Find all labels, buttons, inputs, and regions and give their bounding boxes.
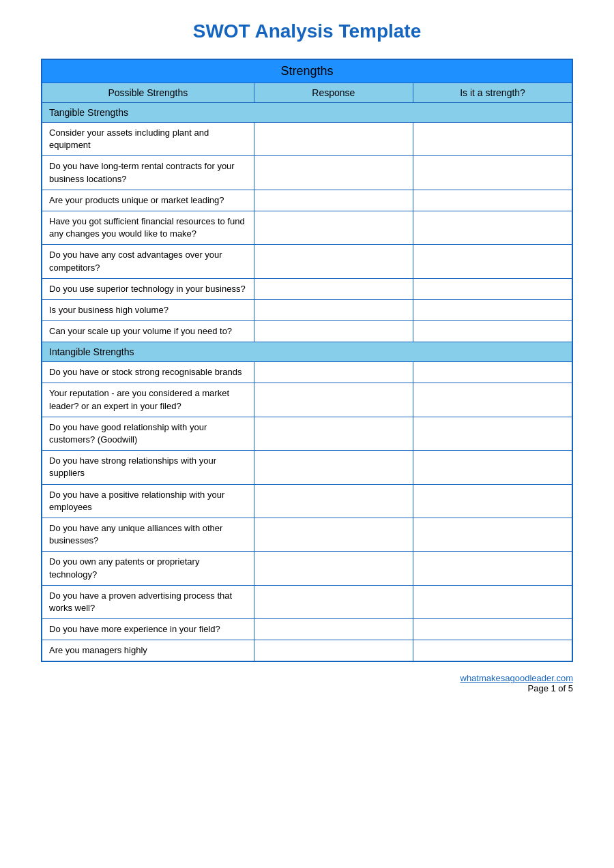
response-cell[interactable]: [254, 451, 413, 484]
strength-check-cell[interactable]: [413, 299, 572, 320]
table-row: Do you have strong relationships with yo…: [42, 451, 572, 484]
category-label: Tangible Strengths: [42, 103, 572, 123]
response-cell[interactable]: [254, 362, 413, 383]
table-row: Do you own any patents or proprietary te…: [42, 552, 572, 585]
table-row: Can your scale up your volume if you nee…: [42, 321, 572, 342]
category-row: Intangible Strengths: [42, 342, 572, 362]
question-cell: Do you have a positive relationship with…: [42, 484, 254, 518]
response-cell[interactable]: [254, 484, 413, 518]
page-number: Page 1 of 5: [41, 683, 573, 693]
question-cell: Do you own any patents or proprietary te…: [42, 552, 254, 585]
category-label: Intangible Strengths: [42, 342, 572, 362]
response-cell[interactable]: [254, 190, 413, 211]
table-row: Do you have more experience in your fiel…: [42, 619, 572, 640]
question-cell: Do you have strong relationships with yo…: [42, 451, 254, 484]
question-cell: Do you have any cost advantages over you…: [42, 245, 254, 278]
response-cell[interactable]: [254, 518, 413, 551]
response-cell[interactable]: [254, 211, 413, 244]
response-cell[interactable]: [254, 321, 413, 342]
question-cell: Do you have or stock strong recognisable…: [42, 362, 254, 383]
question-cell: Do you have a proven advertising process…: [42, 585, 254, 618]
response-cell[interactable]: [254, 278, 413, 299]
strength-check-cell[interactable]: [413, 451, 572, 484]
table-row: Are you managers highly: [42, 640, 572, 662]
table-row: Do you have a positive relationship with…: [42, 484, 572, 518]
col-header-isstrength: Is it a strength?: [413, 83, 572, 103]
table-row: Do you have long-term rental contracts f…: [42, 156, 572, 190]
table-row: Are your products unique or market leadi…: [42, 190, 572, 211]
response-cell[interactable]: [254, 585, 413, 618]
strength-check-cell[interactable]: [413, 417, 572, 450]
strength-check-cell[interactable]: [413, 211, 572, 244]
table-row: Do you use superior technology in your b…: [42, 278, 572, 299]
category-row: Tangible Strengths: [42, 103, 572, 123]
question-cell: Do you use superior technology in your b…: [42, 278, 254, 299]
footer: whatmakesagoodleader.com Page 1 of 5: [41, 673, 573, 693]
col-header-response: Response: [254, 83, 413, 103]
response-cell[interactable]: [254, 619, 413, 640]
strength-check-cell[interactable]: [413, 190, 572, 211]
table-row: Do you have or stock strong recognisable…: [42, 362, 572, 383]
section-header: Strengths: [42, 59, 572, 83]
table-row: Do you have good relationship with your …: [42, 417, 572, 450]
question-cell: Is your business high volume?: [42, 299, 254, 320]
question-cell: Consider your assets including plant and…: [42, 123, 254, 156]
strength-check-cell[interactable]: [413, 585, 572, 618]
response-cell[interactable]: [254, 245, 413, 278]
response-cell[interactable]: [254, 640, 413, 662]
strength-check-cell[interactable]: [413, 362, 572, 383]
question-cell: Do you have long-term rental contracts f…: [42, 156, 254, 190]
question-cell: Your reputation - are you considered a m…: [42, 383, 254, 417]
strength-check-cell[interactable]: [413, 245, 572, 278]
strength-check-cell[interactable]: [413, 552, 572, 585]
question-cell: Have you got sufficient financial resour…: [42, 211, 254, 244]
table-row: Have you got sufficient financial resour…: [42, 211, 572, 244]
strength-check-cell[interactable]: [413, 383, 572, 417]
response-cell[interactable]: [254, 156, 413, 190]
table-row: Do you have any unique alliances with ot…: [42, 518, 572, 551]
response-cell[interactable]: [254, 552, 413, 585]
response-cell[interactable]: [254, 299, 413, 320]
strength-check-cell[interactable]: [413, 321, 572, 342]
strength-check-cell[interactable]: [413, 278, 572, 299]
strength-check-cell[interactable]: [413, 619, 572, 640]
question-cell: Do you have any unique alliances with ot…: [42, 518, 254, 551]
table-row: Consider your assets including plant and…: [42, 123, 572, 156]
table-row: Is your business high volume?: [42, 299, 572, 320]
table-row: Do you have a proven advertising process…: [42, 585, 572, 618]
strength-check-cell[interactable]: [413, 123, 572, 156]
strength-check-cell[interactable]: [413, 640, 572, 662]
table-row: Your reputation - are you considered a m…: [42, 383, 572, 417]
strength-check-cell[interactable]: [413, 518, 572, 551]
question-cell: Are you managers highly: [42, 640, 254, 662]
question-cell: Do you have more experience in your fiel…: [42, 619, 254, 640]
strength-check-cell[interactable]: [413, 156, 572, 190]
response-cell[interactable]: [254, 123, 413, 156]
response-cell[interactable]: [254, 383, 413, 417]
col-header-strengths: Possible Strengths: [42, 83, 254, 103]
question-cell: Are your products unique or market leadi…: [42, 190, 254, 211]
strength-check-cell[interactable]: [413, 484, 572, 518]
question-cell: Do you have good relationship with your …: [42, 417, 254, 450]
footer-link[interactable]: whatmakesagoodleader.com: [460, 673, 574, 683]
question-cell: Can your scale up your volume if you nee…: [42, 321, 254, 342]
response-cell[interactable]: [254, 417, 413, 450]
swot-table: Strengths Possible Strengths Response Is…: [41, 59, 573, 662]
table-row: Do you have any cost advantages over you…: [42, 245, 572, 278]
page-title: SWOT Analysis Template: [41, 20, 573, 42]
